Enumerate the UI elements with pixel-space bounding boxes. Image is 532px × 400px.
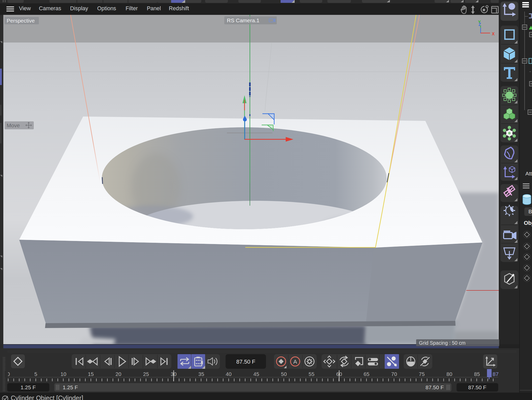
svg-text:10: 10: [61, 371, 66, 377]
svg-text:87: 87: [493, 371, 498, 377]
svg-text:5: 5: [34, 371, 37, 377]
svg-text:35: 35: [198, 371, 204, 377]
svg-text:20: 20: [116, 371, 121, 377]
svg-text:Perspective: Perspective: [7, 18, 35, 24]
svg-text:25: 25: [143, 371, 149, 377]
svg-text:87.50 F: 87.50 F: [236, 359, 256, 365]
svg-text:75: 75: [419, 371, 425, 377]
svg-text:45: 45: [253, 371, 259, 377]
svg-text:70: 70: [391, 371, 397, 377]
svg-text:85: 85: [474, 371, 480, 377]
svg-text:A: A: [293, 359, 297, 365]
svg-text:X: X: [492, 32, 495, 36]
svg-text:RS Camera.1: RS Camera.1: [227, 17, 259, 23]
svg-text:80: 80: [447, 371, 452, 377]
svg-text:Move: Move: [7, 122, 20, 128]
svg-text:65: 65: [364, 371, 370, 377]
svg-text:40: 40: [226, 371, 232, 377]
svg-text:15: 15: [88, 371, 94, 377]
svg-text:1.25 F: 1.25 F: [20, 384, 36, 390]
svg-text:1.25 F: 1.25 F: [63, 384, 78, 390]
svg-text:87.50 F: 87.50 F: [426, 384, 444, 390]
svg-text:50: 50: [281, 371, 287, 377]
svg-text:55: 55: [309, 371, 315, 377]
svg-text:87.50 F: 87.50 F: [468, 384, 486, 390]
